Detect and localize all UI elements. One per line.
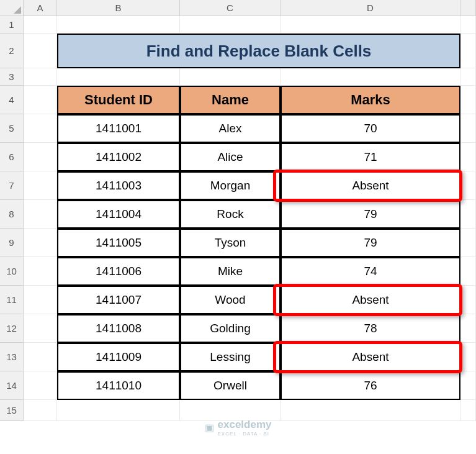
cell-name-0[interactable]: Alex [180,114,281,143]
row-header-3[interactable]: 3 [0,68,24,86]
cell-a9[interactable] [24,229,57,257]
row-header-5[interactable]: 5 [0,114,24,143]
cell-name-3[interactable]: Rock [180,200,281,229]
cell-a5[interactable] [24,114,57,143]
cell-d1[interactable] [281,16,460,34]
cell-e1[interactable] [460,16,476,34]
table-header-id[interactable]: Student ID [57,86,180,114]
cell-e12[interactable] [460,314,476,343]
cell-d15[interactable] [281,400,460,421]
cell-e4[interactable] [460,86,476,114]
col-header-b[interactable]: B [57,0,180,16]
row-header-4[interactable]: 4 [0,86,24,114]
cell-name-5[interactable]: Mike [180,257,281,286]
row-header-15[interactable]: 15 [0,400,24,421]
row-header-13[interactable]: 13 [0,343,24,371]
cell-e9[interactable] [460,229,476,257]
cell-a12[interactable] [24,314,57,343]
cell-a6[interactable] [24,143,57,171]
cell-marks-6[interactable]: Absent [281,286,460,314]
cell-id-3[interactable]: 1411004 [57,200,180,229]
title-cell[interactable]: Find and Replace Blank Cells [57,34,460,68]
cell-c15[interactable] [180,400,281,421]
cell-marks-9[interactable]: 76 [281,371,460,400]
row-header-12[interactable]: 12 [0,314,24,343]
watermark-sub: EXCEL · DATA · BI [218,431,272,437]
cell-id-0[interactable]: 1411001 [57,114,180,143]
col-header-c[interactable]: C [180,0,281,16]
cell-name-9[interactable]: Orwell [180,371,281,400]
cell-id-1[interactable]: 1411002 [57,143,180,171]
cell-e14[interactable] [460,371,476,400]
cell-a1[interactable] [24,16,57,34]
cell-d3[interactable] [281,68,460,86]
cell-id-8[interactable]: 1411009 [57,343,180,371]
cell-c3[interactable] [180,68,281,86]
cell-marks-4[interactable]: 79 [281,229,460,257]
cell-marks-5[interactable]: 74 [281,257,460,286]
cell-a13[interactable] [24,343,57,371]
cell-id-7[interactable]: 1411008 [57,314,180,343]
cell-e6[interactable] [460,143,476,171]
cell-e7[interactable] [460,171,476,200]
cell-id-4[interactable]: 1411005 [57,229,180,257]
cell-e5[interactable] [460,114,476,143]
row-header-2[interactable]: 2 [0,34,24,68]
row-header-14[interactable]: 14 [0,371,24,400]
cell-marks-3[interactable]: 79 [281,200,460,229]
cell-a11[interactable] [24,286,57,314]
cell-b15[interactable] [57,400,180,421]
cell-marks-7[interactable]: 78 [281,314,460,343]
cell-name-1[interactable]: Alice [180,143,281,171]
cell-marks-2[interactable]: Absent [281,171,460,200]
watermark-brand: exceldemy [218,419,272,430]
cell-a2[interactable] [24,34,57,68]
cell-a14[interactable] [24,371,57,400]
cell-b3[interactable] [57,68,180,86]
cell-id-6[interactable]: 1411007 [57,286,180,314]
cell-id-5[interactable]: 1411006 [57,257,180,286]
cell-a10[interactable] [24,257,57,286]
row-header-1[interactable]: 1 [0,16,24,34]
cell-a7[interactable] [24,171,57,200]
cell-name-7[interactable]: Golding [180,314,281,343]
row-header-6[interactable]: 6 [0,143,24,171]
cell-id-2[interactable]: 1411003 [57,171,180,200]
cell-name-8[interactable]: Lessing [180,343,281,371]
col-header-d[interactable]: D [281,0,460,16]
cell-e8[interactable] [460,200,476,229]
cell-marks-8[interactable]: Absent [281,343,460,371]
cell-b1[interactable] [57,16,180,34]
row-header-10[interactable]: 10 [0,257,24,286]
row-header-9[interactable]: 9 [0,229,24,257]
cell-name-2[interactable]: Morgan [180,171,281,200]
cell-c1[interactable] [180,16,281,34]
cell-name-6[interactable]: Wood [180,286,281,314]
cell-e10[interactable] [460,257,476,286]
watermark: ▣ exceldemy EXCEL · DATA · BI [205,419,272,437]
cell-e11[interactable] [460,286,476,314]
cell-e15[interactable] [460,400,476,421]
cell-a15[interactable] [24,400,57,421]
cell-id-9[interactable]: 1411010 [57,371,180,400]
col-header-a[interactable]: A [24,0,57,16]
table-header-marks[interactable]: Marks [281,86,460,114]
cell-name-4[interactable]: Tyson [180,229,281,257]
cell-a4[interactable] [24,86,57,114]
cell-e13[interactable] [460,343,476,371]
cell-a8[interactable] [24,200,57,229]
row-header-8[interactable]: 8 [0,200,24,229]
cell-e3[interactable] [460,68,476,86]
chart-icon: ▣ [205,422,214,434]
select-all-corner[interactable] [0,0,24,16]
cell-a3[interactable] [24,68,57,86]
cell-marks-1[interactable]: 71 [281,143,460,171]
row-header-11[interactable]: 11 [0,286,24,314]
spreadsheet-grid: A B C D 1 2 Find and Replace Blank Cells… [0,0,476,421]
col-header-extra[interactable] [460,0,476,16]
cell-marks-0[interactable]: 70 [281,114,460,143]
table-header-name[interactable]: Name [180,86,281,114]
row-header-7[interactable]: 7 [0,171,24,200]
cell-e2[interactable] [460,34,476,68]
